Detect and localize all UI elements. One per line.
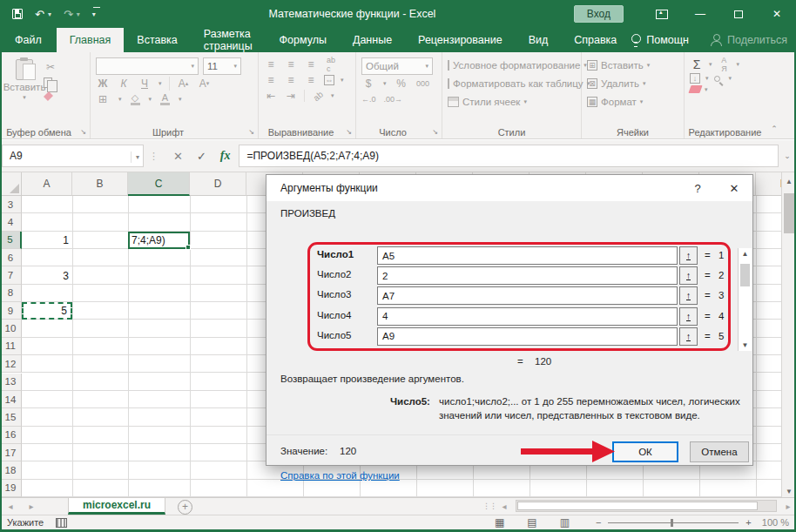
fill-down-icon[interactable]: ↓ — [690, 73, 700, 84]
alignment-dialog-launcher-icon[interactable]: ↘ — [346, 128, 352, 136]
dialog-close-button[interactable]: ✕ — [716, 175, 752, 201]
number-dialog-launcher-icon[interactable]: ↘ — [432, 128, 438, 136]
percent-style-icon[interactable]: % — [395, 77, 408, 91]
tab-file[interactable]: Файл — [0, 28, 57, 52]
increase-font-icon[interactable]: A▴ — [177, 77, 191, 91]
argument-input[interactable]: A9 — [377, 327, 678, 346]
page-break-view-icon[interactable]: ▥ — [560, 516, 570, 529]
borders-icon[interactable]: ⊞ — [96, 92, 110, 106]
scroll-left-icon[interactable]: ◂ — [496, 502, 512, 511]
dialog-args-scrollbar[interactable]: ▲ ▼ — [738, 248, 752, 351]
sort-filter-icon[interactable]: АЯ — [718, 57, 732, 71]
conditional-formatting-button[interactable]: Условное форматирование▾ — [448, 56, 577, 74]
collapse-ribbon-button[interactable]: ⌃ — [766, 52, 783, 138]
collapse-dialog-button[interactable]: ↑ — [679, 286, 698, 305]
scroll-right-icon[interactable]: ▸ — [780, 502, 796, 511]
row-header-14[interactable]: 14 — [0, 391, 22, 408]
align-left-icon[interactable]: ≡ — [264, 73, 278, 87]
dialog-scroll-down-icon[interactable]: ▼ — [739, 341, 752, 349]
zoom-slider[interactable] — [608, 522, 739, 523]
cancel-entry-icon[interactable]: ✕ — [173, 150, 183, 163]
format-cells-button[interactable]: ▦Формат▾ — [587, 92, 680, 111]
paste-button[interactable]: Вставить ▾ — [5, 56, 44, 118]
cut-button[interactable]: ✂ — [44, 60, 57, 74]
scroll-down-icon[interactable]: ▼ — [782, 488, 796, 495]
align-top-icon[interactable]: ≡ — [264, 57, 278, 71]
row-header-18[interactable]: 18 — [0, 461, 22, 479]
font-size-select[interactable]: 11▾ — [203, 57, 241, 75]
sign-in-button[interactable]: Вход — [574, 5, 624, 23]
customize-qat-icon[interactable]: ▾ — [92, 10, 103, 18]
fill-color-dropdown-icon[interactable]: ▾ — [149, 96, 152, 103]
tab-главная[interactable]: Главная — [57, 28, 125, 52]
horizontal-scrollbar[interactable]: ⋮⋮ ◂ ▸ — [482, 497, 796, 515]
wrap-text-icon[interactable]: abc — [324, 57, 338, 71]
find-select-icon[interactable] — [714, 76, 720, 82]
scrollbar-resize-handle[interactable]: ⋮⋮ — [482, 502, 496, 510]
row-header-5[interactable]: 5 — [0, 232, 22, 249]
tab-справка[interactable]: Справка — [561, 28, 630, 52]
tab-рецензирование[interactable]: Рецензирование — [405, 28, 516, 52]
zoom-out-icon[interactable]: − — [596, 517, 601, 528]
select-all-corner[interactable] — [0, 172, 22, 196]
dialog-scrollbar-thumb[interactable] — [740, 264, 750, 286]
row-header-9[interactable]: 9 — [0, 302, 22, 320]
sheet-tab-active[interactable]: microexcel.ru — [68, 498, 165, 515]
ok-button[interactable]: ОК — [612, 441, 678, 462]
row-header-11[interactable]: 11 — [0, 338, 22, 355]
row-header-17[interactable]: 17 — [0, 444, 22, 461]
format-painter-icon[interactable] — [44, 91, 53, 101]
increase-indent-icon[interactable]: ⇥ — [284, 89, 298, 103]
clipboard-dialog-launcher-icon[interactable]: ↘ — [80, 128, 86, 136]
vertical-scrollbar-thumb[interactable] — [784, 193, 794, 233]
format-as-table-button[interactable]: Форматировать как таблицу▾ — [448, 74, 577, 92]
cell-A9[interactable]: 5 — [22, 302, 72, 320]
collapse-dialog-button[interactable]: ↑ — [679, 307, 698, 326]
font-name-select[interactable]: ▾ — [96, 57, 199, 75]
row-header-12[interactable]: 12 — [0, 355, 22, 373]
tab-формулы[interactable]: Формулы — [266, 28, 340, 52]
italic-button[interactable]: К — [117, 77, 131, 91]
horizontal-scrollbar-thumb[interactable] — [517, 502, 758, 510]
normal-view-icon[interactable]: ▦ — [495, 516, 504, 529]
sort-filter-dropdown-icon[interactable]: ▾ — [737, 61, 740, 68]
insert-cells-button[interactable]: ⊞Вставить▾ — [587, 56, 680, 74]
row-header-15[interactable]: 15 — [0, 408, 22, 426]
comma-style-icon[interactable]: 000 — [416, 77, 430, 91]
fill-dropdown-icon[interactable]: ▾ — [705, 75, 709, 82]
confirm-entry-icon[interactable]: ✓ — [197, 150, 206, 163]
decrease-decimal-icon[interactable]: .00→ — [384, 92, 403, 106]
save-icon[interactable] — [12, 9, 23, 19]
cell-A7[interactable]: 3 — [22, 266, 72, 284]
row-header-3[interactable]: 3 — [0, 196, 22, 213]
decrease-font-icon[interactable]: A▾ — [198, 77, 212, 91]
row-header-13[interactable]: 13 — [0, 374, 22, 391]
row-header-8[interactable]: 8 — [0, 285, 22, 302]
clear-dropdown-icon[interactable]: ▾ — [705, 86, 708, 93]
expand-formula-bar-icon[interactable]: ⌄ — [779, 152, 796, 160]
formula-input[interactable]: =ПРОИЗВЕД(A5;2;A7;4;A9) — [239, 145, 779, 167]
tab-вид[interactable]: Вид — [516, 28, 562, 52]
underline-dropdown-icon[interactable]: ▾ — [159, 80, 162, 87]
borders-dropdown-icon[interactable]: ▾ — [118, 96, 122, 103]
copy-icon[interactable] — [44, 77, 52, 88]
row-header-7[interactable]: 7 — [0, 266, 22, 284]
row-header-4[interactable]: 4 — [0, 213, 22, 231]
name-box[interactable]: A9▾ — [2, 145, 144, 167]
function-help-link[interactable]: Справка по этой функции — [280, 470, 400, 481]
zoom-slider-thumb[interactable] — [671, 519, 673, 527]
clear-eraser-icon[interactable] — [688, 85, 702, 93]
tell-me-tab[interactable]: Помощн — [646, 34, 689, 46]
insert-function-icon[interactable]: fx — [220, 149, 231, 163]
column-header-D[interactable]: D — [190, 172, 246, 196]
align-center-icon[interactable]: ≡ — [284, 73, 298, 87]
dialog-help-button[interactable]: ? — [679, 175, 716, 201]
argument-input[interactable]: A5 — [377, 246, 678, 265]
align-bottom-icon[interactable]: ≡ — [304, 57, 318, 71]
redo-dropdown-icon[interactable]: ▾ — [77, 10, 80, 18]
undo-dropdown-icon[interactable]: ▾ — [48, 10, 51, 18]
zoom-in-icon[interactable]: + — [745, 517, 751, 528]
orientation-icon[interactable]: ab — [308, 86, 328, 106]
fill-handle[interactable] — [186, 245, 191, 250]
vertical-scrollbar[interactable]: ▲ ▼ — [781, 172, 796, 497]
